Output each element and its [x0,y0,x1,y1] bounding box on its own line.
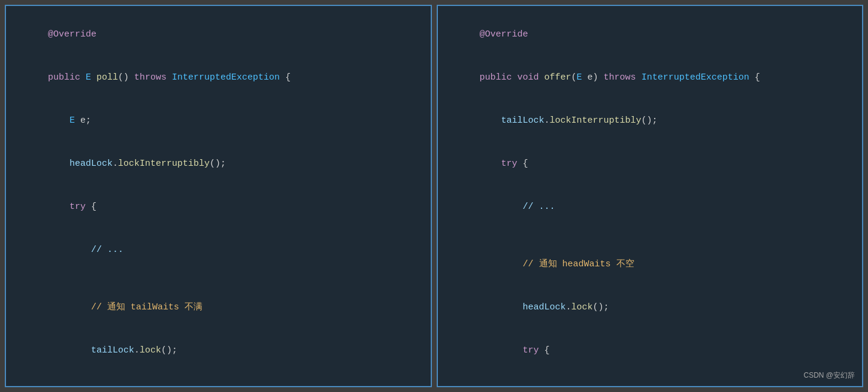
left-line-8: // 通知 tailWaits 不满 [16,286,421,329]
left-line-1: @Override [16,13,421,56]
left-line-10: try{ [16,372,421,387]
right-line-2: public void offer(E e) throws Interrupte… [447,56,853,99]
right-line-10: headWaits.signal(); [447,372,853,387]
watermark: CSDN @安幻辞 [803,370,855,381]
right-line-7: // 通知 headWaits 不空 [447,243,853,286]
left-line-4: headLock.lockInterruptibly(); [16,142,421,186]
left-line-6: // ... [16,229,421,272]
left-line-7 [16,272,421,286]
right-line-5: // ... [447,186,853,229]
right-line-4: try { [447,142,853,186]
right-line-9: try { [447,329,853,372]
right-code-panel: @Override public void offer(E e) throws … [437,5,864,387]
right-line-1: @Override [447,13,853,56]
left-line-9: tailLock.lock(); [16,329,421,372]
right-line-3: tailLock.lockInterruptibly(); [447,99,853,142]
left-code-panel: @Override public E poll() throws Interru… [5,5,432,387]
left-line-3: E e; [16,99,421,142]
left-line-5: try { [16,186,421,229]
right-line-6 [447,229,853,243]
right-line-8: headLock.lock(); [447,286,853,329]
left-line-2: public E poll() throws InterruptedExcept… [16,56,421,99]
annotation: @Override [48,29,96,39]
main-container: @Override public E poll() throws Interru… [0,0,868,392]
